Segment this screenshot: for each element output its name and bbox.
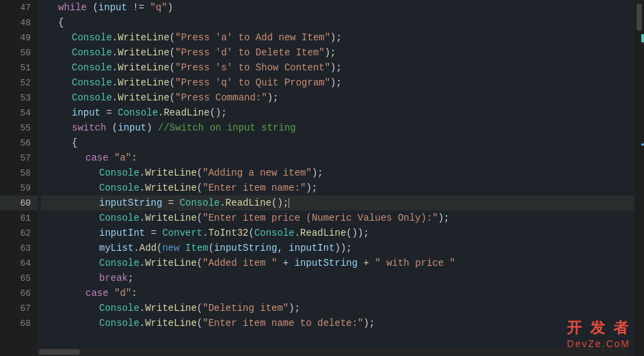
line-num-56: 56 [0, 135, 38, 150]
code-line-66: case "d" : [41, 286, 634, 301]
code-line-62: inputInt = Convert . ToInt32 ( Console .… [41, 225, 634, 241]
code-line-67: Console . WriteLine ( "Deleting item" ); [41, 301, 634, 316]
scrollbar-track[interactable] [634, 0, 644, 356]
code-line-51: Console . WriteLine ( "Press 's' to Show… [41, 60, 634, 75]
code-line-52: Console . WriteLine ( "Press 'q' to Quit… [41, 75, 634, 90]
code-line-68: Console . WriteLine ( "Enter item name t… [41, 316, 634, 331]
line-num-67: 67 [0, 301, 38, 316]
code-line-48: { [41, 15, 634, 30]
line-num-58: 58 [0, 165, 38, 180]
line-num-48: 48 [0, 15, 38, 30]
line-num-63: 63 [0, 241, 38, 256]
line-num-53: 53 [0, 90, 38, 105]
line-num-57: 57 [0, 150, 38, 165]
line-num-61: 61 [0, 210, 38, 225]
watermark-top: 开 发 者 [567, 318, 630, 338]
line-num-55: 55 [0, 120, 38, 135]
bottom-scrollbar[interactable] [38, 348, 630, 356]
bottom-scrollbar-thumb[interactable] [39, 349, 80, 355]
code-line-59: Console . WriteLine ( "Enter item name:"… [41, 180, 634, 195]
line-num-68: 68 [0, 316, 38, 331]
line-num-59: 59 [0, 180, 38, 195]
code-area[interactable]: while ( input != "q" ) { Console . Write… [38, 0, 634, 356]
scrollbar-thumb[interactable] [636, 3, 642, 31]
indicator-blue-1 [641, 143, 644, 146]
code-line-56: { [41, 135, 634, 150]
line-num-64: 64 [0, 256, 38, 271]
indicator-green-1 [641, 34, 644, 42]
line-num-54: 54 [0, 105, 38, 120]
code-line-49: Console . WriteLine ( "Press 'a' to Add … [41, 30, 634, 45]
line-num-65: 65 [0, 271, 38, 286]
code-line-57: case "a" : [41, 150, 634, 165]
line-num-49: 49 [0, 30, 38, 45]
code-line-61: Console . WriteLine ( "Enter item price … [41, 210, 634, 225]
code-line-53: Console . WriteLine ( "Press Command:" )… [41, 90, 634, 105]
code-line-50: Console . WriteLine ( "Press 'd' to Dele… [41, 45, 634, 60]
line-num-50: 50 [0, 45, 38, 60]
line-num-52: 52 [0, 75, 38, 90]
watermark-bottom: DevZe.CoM [567, 338, 630, 349]
line-num-60: 60 [0, 195, 38, 210]
code-line-60: inputString = Console . ReadLine (); [41, 195, 634, 210]
code-line-54: input = Console . ReadLine (); [41, 105, 634, 120]
line-numbers: 47 48 49 50 51 52 53 54 55 56 57 58 59 6… [0, 0, 38, 356]
editor-container: 47 48 49 50 51 52 53 54 55 56 57 58 59 6… [0, 0, 644, 356]
code-line-64: Console . WriteLine ( "Added item " + in… [41, 256, 634, 271]
code-line-58: Console . WriteLine ( "Adding a new item… [41, 165, 634, 180]
code-line-55: switch ( input ) //Switch on input strin… [41, 120, 634, 135]
line-num-51: 51 [0, 60, 38, 75]
code-line-47: while ( input != "q" ) [41, 0, 634, 15]
line-num-62: 62 [0, 225, 38, 241]
line-num-47: 47 [0, 0, 38, 15]
code-line-63: myList . Add ( new Item ( inputString , … [41, 241, 634, 256]
code-line-65: break ; [41, 271, 634, 286]
line-num-66: 66 [0, 286, 38, 301]
watermark: 开 发 者 DevZe.CoM [567, 318, 630, 349]
